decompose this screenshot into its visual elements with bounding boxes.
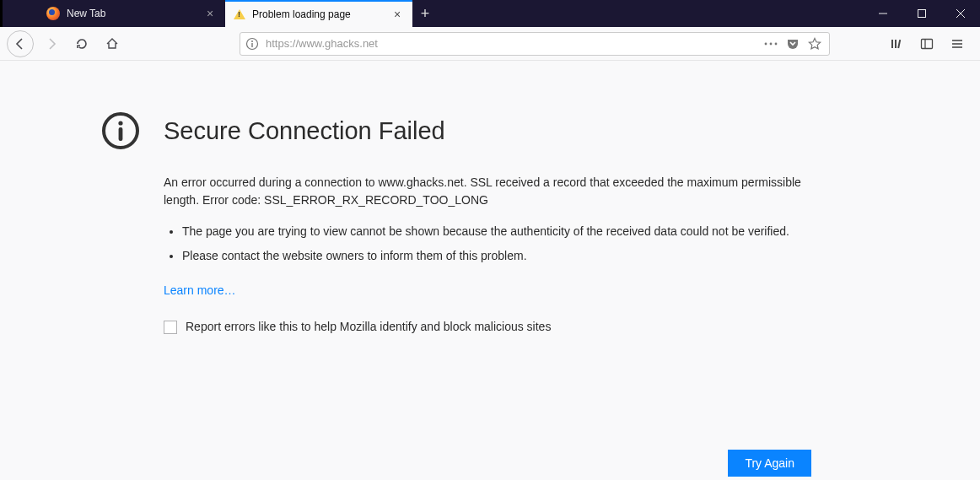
svg-rect-11 <box>895 40 897 48</box>
error-block: Secure Connection Failed An error occurr… <box>101 111 860 336</box>
navigation-toolbar: https://www.ghacks.net <box>0 27 980 61</box>
site-info-icon[interactable] <box>245 37 259 51</box>
new-tab-button[interactable]: + <box>412 0 438 27</box>
try-again-button[interactable]: Try Again <box>728 450 811 477</box>
svg-rect-12 <box>897 39 901 47</box>
page-content: Secure Connection Failed An error occurr… <box>0 61 980 480</box>
error-list-item: Please contact the website owners to inf… <box>182 247 813 265</box>
toolbar-right <box>884 31 973 57</box>
svg-rect-10 <box>891 40 893 48</box>
menu-icon[interactable] <box>945 31 970 57</box>
warning-icon <box>234 9 245 19</box>
tab-label: Problem loading page <box>252 8 384 20</box>
svg-point-8 <box>770 42 773 45</box>
back-button[interactable] <box>7 30 34 57</box>
page-actions-icon[interactable] <box>762 35 780 53</box>
svg-rect-20 <box>119 127 123 141</box>
forward-button[interactable] <box>39 31 64 57</box>
pocket-icon[interactable] <box>783 35 802 53</box>
info-icon <box>101 111 140 150</box>
tab-label: New Tab <box>67 8 197 19</box>
close-icon[interactable]: × <box>203 7 217 20</box>
url-bar[interactable]: https://www.ghacks.net <box>240 32 830 56</box>
tab-new-tab[interactable]: New Tab × <box>38 0 225 27</box>
url-text: https://www.ghacks.net <box>266 37 378 50</box>
reload-button[interactable] <box>69 31 94 57</box>
error-description: An error occurred during a connection to… <box>164 174 813 209</box>
titlebar: New Tab × Problem loading page × + <box>0 0 980 27</box>
firefox-icon <box>46 7 60 20</box>
library-icon[interactable] <box>884 31 909 57</box>
error-list-item: The page you are trying to view cannot b… <box>182 223 813 240</box>
bookmark-star-icon[interactable] <box>805 35 824 53</box>
tab-error-page[interactable]: Problem loading page × <box>225 0 412 27</box>
svg-point-7 <box>765 42 767 45</box>
learn-more-link[interactable]: Learn more… <box>164 282 236 299</box>
close-icon[interactable]: × <box>390 8 404 21</box>
window-edge <box>0 0 3 27</box>
svg-point-5 <box>251 40 253 42</box>
svg-rect-6 <box>251 43 252 47</box>
tab-strip: New Tab × Problem loading page × + <box>38 0 438 27</box>
report-row: Report errors like this to help Mozilla … <box>164 318 813 336</box>
svg-rect-13 <box>922 39 933 48</box>
svg-point-19 <box>118 121 122 125</box>
window-controls <box>864 0 980 27</box>
error-body: An error occurred during a connection to… <box>164 174 813 336</box>
home-button[interactable] <box>100 31 125 57</box>
minimize-button[interactable] <box>864 0 902 27</box>
error-title: Secure Connection Failed <box>164 117 445 145</box>
svg-point-9 <box>775 42 778 45</box>
maximize-button[interactable] <box>902 0 941 27</box>
report-label: Report errors like this to help Mozilla … <box>186 318 551 336</box>
error-list: The page you are trying to view cannot b… <box>182 223 813 265</box>
svg-rect-1 <box>918 10 926 18</box>
error-header: Secure Connection Failed <box>101 111 860 150</box>
sidebar-icon[interactable] <box>914 31 940 57</box>
report-checkbox[interactable] <box>164 321 177 334</box>
close-window-button[interactable] <box>941 0 980 27</box>
